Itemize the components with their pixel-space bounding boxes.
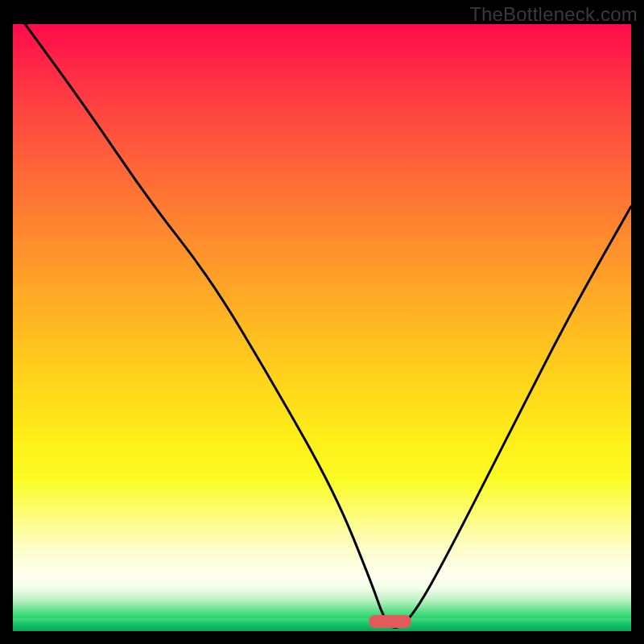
plot-area <box>13 24 631 631</box>
curve-svg <box>13 24 631 631</box>
chart-container: TheBottleneck.com <box>0 0 644 644</box>
optimal-marker <box>369 615 411 628</box>
watermark-text: TheBottleneck.com <box>469 3 638 26</box>
bottleneck-curve <box>25 24 631 627</box>
